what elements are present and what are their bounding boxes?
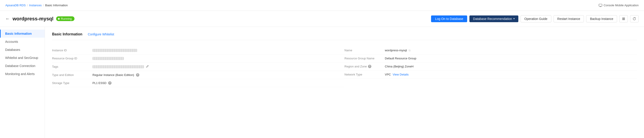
- back-button[interactable]: ←: [6, 16, 10, 21]
- configure-whitelist-link[interactable]: Configure Whitelist: [88, 32, 114, 36]
- refresh-button[interactable]: [630, 15, 638, 22]
- sidebar-item-basic-information[interactable]: Basic Information: [0, 29, 45, 38]
- instance-id-row: Instance ID: [52, 46, 344, 54]
- sidebar-item-whitelist[interactable]: Whitelist and SecGroup: [0, 54, 45, 62]
- name-label: Name: [344, 49, 385, 52]
- region-zone-row: Region and Zone ? China (Beijing) ZoneH: [344, 62, 637, 71]
- status-badge: Running: [56, 16, 74, 21]
- sidebar-item-databases[interactable]: Databases: [0, 46, 45, 54]
- sidebar-item-monitoring[interactable]: Monitoring and Alerts: [0, 70, 45, 78]
- region-zone-text: China (Beijing) ZoneH: [385, 65, 414, 68]
- resource-group-id-blur: [92, 57, 124, 60]
- chevron-down-icon: ▾: [514, 17, 515, 20]
- network-type-label: Network Type: [344, 73, 385, 76]
- type-edition-value: Regular Instance (Basic Edition) ?: [92, 73, 139, 77]
- resource-group-name-value: Default Resource Group: [385, 57, 416, 60]
- operation-guide-button[interactable]: Operation Guide: [520, 15, 551, 22]
- left-column: Instance ID Resource Group ID Tags: [52, 46, 344, 87]
- storage-type-value: PL1 ESSD ?: [92, 81, 112, 85]
- content-header: Basic Information Configure Whitelist: [52, 32, 637, 40]
- name-value: wordpress-mysql ⧉: [385, 49, 411, 52]
- tags-value: [92, 65, 149, 69]
- info-grid: Instance ID Resource Group ID Tags: [52, 46, 637, 87]
- breadcrumb-sep-1: /: [27, 3, 28, 7]
- pencil-icon: [146, 65, 149, 68]
- region-zone-label-text: Region and Zone: [344, 65, 367, 68]
- sidebar-item-database-connection[interactable]: Database Connection: [0, 62, 45, 70]
- list-view-button[interactable]: [619, 15, 628, 22]
- restart-instance-button[interactable]: Restart Instance: [554, 15, 584, 22]
- tags-edit-icon[interactable]: [146, 65, 149, 69]
- type-edition-text: Regular Instance (Basic Edition): [92, 73, 134, 77]
- main-layout: Basic Information Accounts Databases Whi…: [0, 27, 644, 138]
- breadcrumb-current: Basic Information: [45, 3, 68, 7]
- list-icon: [622, 17, 626, 21]
- backup-instance-button[interactable]: Backup Instance: [586, 15, 617, 22]
- name-text: wordpress-mysql: [385, 49, 407, 52]
- refresh-icon: [632, 17, 636, 21]
- console-app-label: Console Mobile Application: [604, 3, 638, 7]
- status-label: Running: [61, 17, 72, 20]
- network-type-text: VPC: [385, 73, 391, 76]
- region-zone-label: Region and Zone ?: [344, 65, 385, 68]
- instance-id-value: [92, 49, 137, 52]
- resource-group-id-row: Resource Group ID: [52, 54, 344, 62]
- top-nav: ApsaraDB RDS / Instances / Basic Informa…: [0, 0, 644, 11]
- breadcrumb-instances[interactable]: Instances: [29, 3, 42, 7]
- instance-title: ← wordpress-mysql Running: [6, 16, 74, 22]
- breadcrumb-sep-2: /: [43, 3, 44, 7]
- network-type-row: Network Type VPC View Details: [344, 71, 637, 79]
- region-zone-help-icon[interactable]: ?: [368, 65, 371, 68]
- database-recommendation-button[interactable]: Database Recommendation ▾: [470, 15, 518, 22]
- resource-group-id-value: [92, 57, 124, 60]
- console-icon: [599, 3, 602, 7]
- instance-name: wordpress-mysql: [12, 16, 54, 22]
- sidebar: Basic Information Accounts Databases Whi…: [0, 27, 45, 138]
- storage-type-help-icon[interactable]: ?: [108, 81, 112, 85]
- svg-rect-1: [622, 18, 625, 18]
- header-actions: Log On to Database Database Recommendati…: [431, 15, 638, 22]
- svg-rect-2: [622, 19, 625, 19]
- svg-rect-3: [622, 19, 625, 20]
- breadcrumb-apsaradb[interactable]: ApsaraDB RDS: [6, 3, 26, 7]
- tags-label: Tags: [52, 65, 92, 68]
- type-edition-help-icon[interactable]: ?: [136, 73, 139, 77]
- type-edition-row: Type and Edition Regular Instance (Basic…: [52, 71, 344, 79]
- header-bar: ← wordpress-mysql Running Log On to Data…: [0, 11, 644, 27]
- storage-type-row: Storage Type PL1 ESSD ?: [52, 79, 344, 87]
- svg-rect-0: [599, 4, 602, 6]
- tags-blur: [92, 65, 144, 68]
- resource-group-name-row: Resource Group Name Default Resource Gro…: [344, 54, 637, 62]
- right-column: Name wordpress-mysql ⧉ Resource Group Na…: [344, 46, 637, 87]
- storage-type-label: Storage Type: [52, 81, 92, 85]
- log-on-database-button[interactable]: Log On to Database: [431, 15, 467, 22]
- name-row: Name wordpress-mysql ⧉: [344, 46, 637, 54]
- resource-group-name-label: Resource Group Name: [344, 57, 385, 60]
- instance-id-label: Instance ID: [52, 49, 92, 52]
- content-title: Basic Information: [52, 32, 82, 36]
- sidebar-item-accounts[interactable]: Accounts: [0, 38, 45, 46]
- tags-row: Tags: [52, 62, 344, 71]
- db-rec-label: Database Recommendation: [473, 17, 512, 21]
- view-details-link[interactable]: View Details: [393, 73, 408, 76]
- instance-id-blur: [92, 49, 137, 52]
- name-copy-icon[interactable]: ⧉: [408, 49, 411, 52]
- status-dot: [58, 18, 60, 20]
- resource-group-name-text: Default Resource Group: [385, 57, 416, 60]
- content-area: Basic Information Configure Whitelist In…: [45, 27, 644, 138]
- resource-group-id-label: Resource Group ID: [52, 57, 92, 60]
- network-type-value: VPC View Details: [385, 73, 408, 76]
- storage-type-text: PL1 ESSD: [92, 81, 106, 85]
- region-zone-value: China (Beijing) ZoneH: [385, 65, 414, 68]
- type-edition-label: Type and Edition: [52, 73, 92, 77]
- breadcrumb: ApsaraDB RDS / Instances / Basic Informa…: [6, 3, 68, 7]
- console-app-link[interactable]: Console Mobile Application: [599, 3, 638, 7]
